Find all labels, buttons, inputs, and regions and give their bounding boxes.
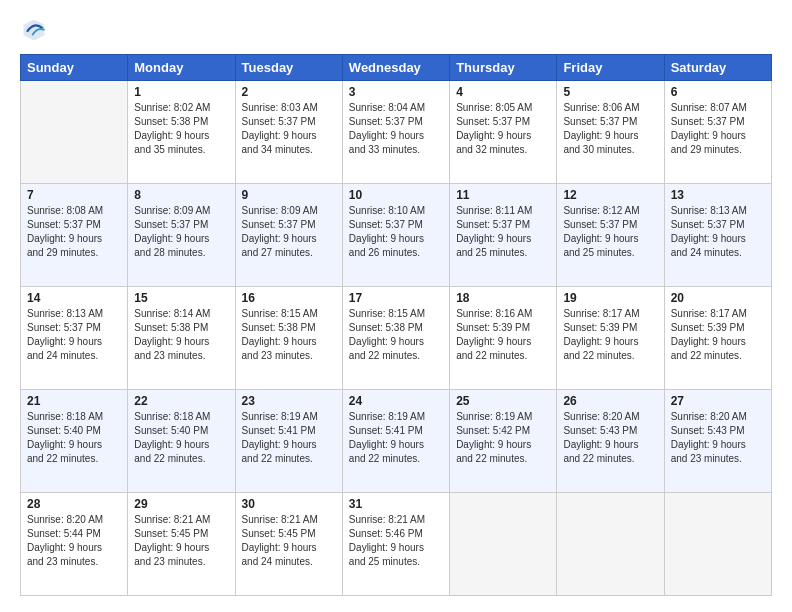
col-header-friday: Friday (557, 55, 664, 81)
day-info: Sunrise: 8:09 AM Sunset: 5:37 PM Dayligh… (242, 204, 336, 260)
day-info: Sunrise: 8:02 AM Sunset: 5:38 PM Dayligh… (134, 101, 228, 157)
calendar-cell: 25Sunrise: 8:19 AM Sunset: 5:42 PM Dayli… (450, 390, 557, 493)
calendar-cell: 12Sunrise: 8:12 AM Sunset: 5:37 PM Dayli… (557, 184, 664, 287)
day-number: 30 (242, 497, 336, 511)
day-number: 10 (349, 188, 443, 202)
day-number: 28 (27, 497, 121, 511)
col-header-monday: Monday (128, 55, 235, 81)
day-info: Sunrise: 8:10 AM Sunset: 5:37 PM Dayligh… (349, 204, 443, 260)
day-number: 13 (671, 188, 765, 202)
calendar-cell: 21Sunrise: 8:18 AM Sunset: 5:40 PM Dayli… (21, 390, 128, 493)
day-number: 1 (134, 85, 228, 99)
calendar-header-row: SundayMondayTuesdayWednesdayThursdayFrid… (21, 55, 772, 81)
calendar-cell: 18Sunrise: 8:16 AM Sunset: 5:39 PM Dayli… (450, 287, 557, 390)
day-number: 20 (671, 291, 765, 305)
calendar-cell: 23Sunrise: 8:19 AM Sunset: 5:41 PM Dayli… (235, 390, 342, 493)
day-info: Sunrise: 8:08 AM Sunset: 5:37 PM Dayligh… (27, 204, 121, 260)
day-info: Sunrise: 8:20 AM Sunset: 5:43 PM Dayligh… (563, 410, 657, 466)
calendar-cell: 3Sunrise: 8:04 AM Sunset: 5:37 PM Daylig… (342, 81, 449, 184)
day-info: Sunrise: 8:11 AM Sunset: 5:37 PM Dayligh… (456, 204, 550, 260)
day-info: Sunrise: 8:15 AM Sunset: 5:38 PM Dayligh… (242, 307, 336, 363)
page: SundayMondayTuesdayWednesdayThursdayFrid… (0, 0, 792, 612)
col-header-wednesday: Wednesday (342, 55, 449, 81)
day-number: 2 (242, 85, 336, 99)
logo (20, 16, 52, 44)
day-info: Sunrise: 8:21 AM Sunset: 5:45 PM Dayligh… (134, 513, 228, 569)
calendar-cell (450, 493, 557, 596)
day-number: 19 (563, 291, 657, 305)
col-header-sunday: Sunday (21, 55, 128, 81)
calendar-cell: 10Sunrise: 8:10 AM Sunset: 5:37 PM Dayli… (342, 184, 449, 287)
day-number: 5 (563, 85, 657, 99)
calendar-cell (664, 493, 771, 596)
day-info: Sunrise: 8:06 AM Sunset: 5:37 PM Dayligh… (563, 101, 657, 157)
calendar-cell: 26Sunrise: 8:20 AM Sunset: 5:43 PM Dayli… (557, 390, 664, 493)
calendar-cell: 20Sunrise: 8:17 AM Sunset: 5:39 PM Dayli… (664, 287, 771, 390)
calendar-cell: 22Sunrise: 8:18 AM Sunset: 5:40 PM Dayli… (128, 390, 235, 493)
day-info: Sunrise: 8:16 AM Sunset: 5:39 PM Dayligh… (456, 307, 550, 363)
calendar-cell: 31Sunrise: 8:21 AM Sunset: 5:46 PM Dayli… (342, 493, 449, 596)
day-info: Sunrise: 8:19 AM Sunset: 5:41 PM Dayligh… (349, 410, 443, 466)
col-header-tuesday: Tuesday (235, 55, 342, 81)
calendar-cell: 29Sunrise: 8:21 AM Sunset: 5:45 PM Dayli… (128, 493, 235, 596)
day-info: Sunrise: 8:21 AM Sunset: 5:46 PM Dayligh… (349, 513, 443, 569)
day-info: Sunrise: 8:21 AM Sunset: 5:45 PM Dayligh… (242, 513, 336, 569)
day-number: 8 (134, 188, 228, 202)
logo-icon (20, 16, 48, 44)
calendar-cell: 13Sunrise: 8:13 AM Sunset: 5:37 PM Dayli… (664, 184, 771, 287)
calendar-week-row: 14Sunrise: 8:13 AM Sunset: 5:37 PM Dayli… (21, 287, 772, 390)
calendar-cell: 16Sunrise: 8:15 AM Sunset: 5:38 PM Dayli… (235, 287, 342, 390)
calendar-week-row: 1Sunrise: 8:02 AM Sunset: 5:38 PM Daylig… (21, 81, 772, 184)
day-number: 7 (27, 188, 121, 202)
calendar-week-row: 21Sunrise: 8:18 AM Sunset: 5:40 PM Dayli… (21, 390, 772, 493)
day-info: Sunrise: 8:17 AM Sunset: 5:39 PM Dayligh… (671, 307, 765, 363)
day-info: Sunrise: 8:04 AM Sunset: 5:37 PM Dayligh… (349, 101, 443, 157)
calendar-table: SundayMondayTuesdayWednesdayThursdayFrid… (20, 54, 772, 596)
day-number: 23 (242, 394, 336, 408)
day-number: 4 (456, 85, 550, 99)
day-info: Sunrise: 8:17 AM Sunset: 5:39 PM Dayligh… (563, 307, 657, 363)
calendar-cell: 17Sunrise: 8:15 AM Sunset: 5:38 PM Dayli… (342, 287, 449, 390)
day-info: Sunrise: 8:18 AM Sunset: 5:40 PM Dayligh… (134, 410, 228, 466)
day-number: 11 (456, 188, 550, 202)
svg-marker-0 (24, 20, 45, 41)
day-info: Sunrise: 8:13 AM Sunset: 5:37 PM Dayligh… (27, 307, 121, 363)
day-number: 14 (27, 291, 121, 305)
day-info: Sunrise: 8:13 AM Sunset: 5:37 PM Dayligh… (671, 204, 765, 260)
col-header-thursday: Thursday (450, 55, 557, 81)
calendar-cell (557, 493, 664, 596)
calendar-cell: 5Sunrise: 8:06 AM Sunset: 5:37 PM Daylig… (557, 81, 664, 184)
day-number: 9 (242, 188, 336, 202)
day-number: 17 (349, 291, 443, 305)
calendar-cell: 19Sunrise: 8:17 AM Sunset: 5:39 PM Dayli… (557, 287, 664, 390)
header (20, 16, 772, 44)
day-number: 12 (563, 188, 657, 202)
day-info: Sunrise: 8:03 AM Sunset: 5:37 PM Dayligh… (242, 101, 336, 157)
day-info: Sunrise: 8:07 AM Sunset: 5:37 PM Dayligh… (671, 101, 765, 157)
day-number: 15 (134, 291, 228, 305)
day-number: 25 (456, 394, 550, 408)
calendar-cell: 28Sunrise: 8:20 AM Sunset: 5:44 PM Dayli… (21, 493, 128, 596)
col-header-saturday: Saturday (664, 55, 771, 81)
calendar-week-row: 28Sunrise: 8:20 AM Sunset: 5:44 PM Dayli… (21, 493, 772, 596)
day-info: Sunrise: 8:19 AM Sunset: 5:42 PM Dayligh… (456, 410, 550, 466)
calendar-cell: 2Sunrise: 8:03 AM Sunset: 5:37 PM Daylig… (235, 81, 342, 184)
calendar-cell: 4Sunrise: 8:05 AM Sunset: 5:37 PM Daylig… (450, 81, 557, 184)
day-info: Sunrise: 8:14 AM Sunset: 5:38 PM Dayligh… (134, 307, 228, 363)
calendar-cell: 8Sunrise: 8:09 AM Sunset: 5:37 PM Daylig… (128, 184, 235, 287)
day-info: Sunrise: 8:18 AM Sunset: 5:40 PM Dayligh… (27, 410, 121, 466)
day-number: 31 (349, 497, 443, 511)
calendar-cell: 30Sunrise: 8:21 AM Sunset: 5:45 PM Dayli… (235, 493, 342, 596)
calendar-cell: 15Sunrise: 8:14 AM Sunset: 5:38 PM Dayli… (128, 287, 235, 390)
day-number: 26 (563, 394, 657, 408)
calendar-cell: 14Sunrise: 8:13 AM Sunset: 5:37 PM Dayli… (21, 287, 128, 390)
day-number: 29 (134, 497, 228, 511)
day-info: Sunrise: 8:19 AM Sunset: 5:41 PM Dayligh… (242, 410, 336, 466)
calendar-cell: 1Sunrise: 8:02 AM Sunset: 5:38 PM Daylig… (128, 81, 235, 184)
calendar-cell: 6Sunrise: 8:07 AM Sunset: 5:37 PM Daylig… (664, 81, 771, 184)
day-number: 21 (27, 394, 121, 408)
calendar-cell: 9Sunrise: 8:09 AM Sunset: 5:37 PM Daylig… (235, 184, 342, 287)
day-number: 22 (134, 394, 228, 408)
day-number: 16 (242, 291, 336, 305)
calendar-cell: 27Sunrise: 8:20 AM Sunset: 5:43 PM Dayli… (664, 390, 771, 493)
